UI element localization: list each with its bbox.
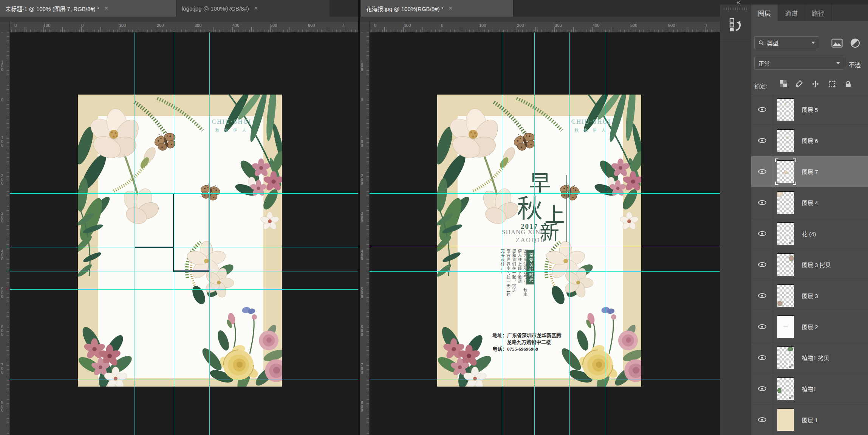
filter-kind-adjustment-icon[interactable] xyxy=(850,38,860,48)
eye-icon xyxy=(758,262,766,267)
layer-thumbnail[interactable] xyxy=(777,191,794,214)
layer-row[interactable]: 图层 2 xyxy=(751,311,868,342)
lock-image-pixels-brush-icon[interactable] xyxy=(796,80,803,87)
guide-vertical[interactable] xyxy=(569,33,570,435)
layer-row[interactable]: 图层 4 xyxy=(751,187,868,218)
guide-horizontal[interactable] xyxy=(10,272,358,272)
layer-thumbnail[interactable] xyxy=(777,315,794,338)
filter-type-label: 类型 xyxy=(767,39,778,47)
vertical-ruler-1[interactable]: 2001000100200300400500600700800 xyxy=(0,33,10,435)
guide-vertical[interactable] xyxy=(209,33,210,435)
blend-mode-select[interactable]: 正常 xyxy=(754,57,844,70)
guide-vertical[interactable] xyxy=(534,33,535,435)
vertical-ruler-2[interactable]: 2001000100200300400500600700800 xyxy=(360,33,370,435)
ruler-label: 600 xyxy=(668,23,675,28)
guide-horizontal[interactable] xyxy=(370,379,720,379)
layer-thumbnail[interactable] xyxy=(777,129,794,152)
visibility-toggle[interactable] xyxy=(751,311,773,342)
tab-untitled-1[interactable]: 未标题-1 @ 100% (图层 7, RGB/8#) * × xyxy=(0,0,176,17)
panel-gripper[interactable] xyxy=(724,8,747,10)
ruler-label: 400 xyxy=(232,23,239,28)
guide-vertical[interactable] xyxy=(174,33,174,435)
guide-horizontal[interactable] xyxy=(10,379,358,379)
tab-title: 花海报.jpg @ 100%(RGB/8#) * xyxy=(366,5,443,12)
layer-thumbnail[interactable] xyxy=(777,409,794,431)
artboard-nesting-icon[interactable] xyxy=(828,80,836,88)
visibility-toggle[interactable] xyxy=(751,373,773,404)
layer-row-selected[interactable]: 图层 7 xyxy=(751,156,868,187)
layer-thumbnail[interactable] xyxy=(777,253,794,276)
canvas-untitled-1[interactable]: CHIU·SHUI 秋 水 伊 人 xyxy=(10,33,358,435)
layer-row[interactable]: 花 (4) xyxy=(751,218,868,249)
tabbar-base xyxy=(360,17,720,22)
ruler-label: 400 xyxy=(361,250,364,261)
guide-vertical[interactable] xyxy=(606,33,606,435)
lock-position-move-icon[interactable] xyxy=(812,80,819,88)
layer-thumbnail[interactable] xyxy=(777,378,794,400)
visibility-toggle[interactable] xyxy=(751,249,773,280)
guide-horizontal[interactable] xyxy=(10,289,358,290)
guide-horizontal[interactable] xyxy=(370,271,720,272)
visibility-toggle[interactable] xyxy=(751,125,773,156)
ruler-label: 0 xyxy=(361,98,364,102)
tab-layers[interactable]: 图层 xyxy=(751,5,778,21)
layer-row[interactable]: 图层 5 xyxy=(751,94,868,125)
filter-kind-image-icon[interactable] xyxy=(831,39,843,48)
tab-huahaibao-jpg[interactable]: 花海报.jpg @ 100%(RGB/8#) * × xyxy=(361,0,514,17)
layer-name: 图层 1 xyxy=(802,416,818,424)
layer-thumbnail[interactable] xyxy=(777,98,794,121)
guide-horizontal[interactable] xyxy=(10,193,358,194)
visibility-toggle[interactable] xyxy=(751,404,773,435)
visibility-toggle[interactable] xyxy=(751,280,773,311)
layer-row[interactable]: 植物1 xyxy=(751,373,868,404)
guide-vertical[interactable] xyxy=(135,33,135,435)
layer-row[interactable]: 图层 1 xyxy=(751,404,868,435)
layer-filter-select[interactable]: 类型 xyxy=(754,36,819,49)
visibility-toggle[interactable] xyxy=(751,94,773,125)
ruler-label: 100 xyxy=(1,136,5,148)
layer-name: 图层 6 xyxy=(802,137,818,144)
layer-thumbnail[interactable] xyxy=(777,346,794,369)
layer-row[interactable]: 图层 6 xyxy=(751,125,868,156)
tab-paths[interactable]: 路径 xyxy=(805,5,832,21)
ruler-label: 300 xyxy=(555,23,562,28)
horizontal-ruler-1[interactable]: 010001002003004005006007 xyxy=(0,22,358,33)
layer-name: 花 (4) xyxy=(802,230,816,238)
close-tab-icon[interactable]: × xyxy=(105,5,108,12)
ruler-label: 100 xyxy=(361,61,364,72)
selection-bracket xyxy=(793,158,796,162)
lock-all-icon[interactable] xyxy=(845,80,851,88)
layer-thumbnail[interactable] xyxy=(777,284,794,307)
address-line-2: 龙路九方购物中二楼 xyxy=(492,339,561,346)
close-tab-icon[interactable]: × xyxy=(449,5,452,12)
ruler-label: 200 xyxy=(361,174,364,185)
guide-vertical[interactable] xyxy=(502,33,502,435)
layer-row[interactable]: 图层 3 拷贝 xyxy=(751,249,868,280)
tab-title: logo.jpg @ 100%(RGB/8#) xyxy=(182,5,249,12)
layer-name: 图层 3 xyxy=(802,292,818,300)
history-panel-icon[interactable] xyxy=(723,13,748,36)
ruler-label: 300 xyxy=(1,212,5,223)
body-column: 感官世界中的独一无二的 xyxy=(506,249,511,304)
guide-horizontal[interactable] xyxy=(370,193,720,194)
lock-transparent-pixels-icon[interactable] xyxy=(780,80,787,87)
visibility-toggle[interactable] xyxy=(751,187,773,218)
ruler-label: 700 xyxy=(1,363,5,374)
guide-horizontal[interactable] xyxy=(370,246,720,246)
layer-row[interactable]: 植物1 拷贝 xyxy=(751,342,868,373)
logo-en: CHIU·SHUI xyxy=(568,118,614,126)
ruler-label: 0 xyxy=(441,23,443,28)
layer-row[interactable]: 图层 3 xyxy=(751,280,868,311)
tab-channels[interactable]: 通道 xyxy=(778,5,805,21)
tab-logo-jpg[interactable]: logo.jpg @ 100%(RGB/8#) × xyxy=(176,0,330,17)
visibility-toggle[interactable] xyxy=(751,218,773,249)
canvas-huahaibao[interactable]: CHIU·SHUI 秋 水 伊 人 早 秋 上 新 2017 SHANG XIN… xyxy=(370,33,720,435)
guide-horizontal[interactable] xyxy=(10,247,358,247)
close-tab-icon[interactable]: × xyxy=(254,5,258,12)
visibility-toggle[interactable] xyxy=(751,156,773,187)
visibility-toggle[interactable] xyxy=(751,342,773,373)
document-tabbar-2: 花海报.jpg @ 100%(RGB/8#) * × xyxy=(360,0,720,17)
layer-thumbnail[interactable] xyxy=(777,160,794,183)
horizontal-ruler-2[interactable]: 010001002003004005006007 xyxy=(360,22,720,33)
layer-thumbnail[interactable] xyxy=(777,222,794,245)
